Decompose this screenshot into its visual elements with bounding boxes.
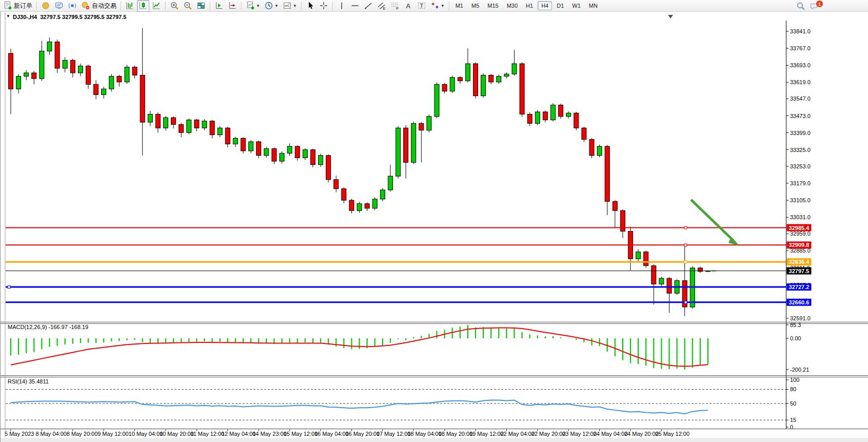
dropdown-arrow-icon[interactable]: ▼ (274, 4, 279, 8)
candle-body (132, 67, 137, 75)
price-axis[interactable]: 33841.033767.033693.033619.033547.033473… (786, 28, 811, 321)
indicators-button[interactable]: ▼ (244, 0, 262, 12)
auto-scroll-button[interactable] (213, 0, 225, 12)
monitor-icon (54, 1, 64, 10)
time-axis[interactable]: 5 May 20238 May 04:008 May 20:009 May 12… (1, 429, 868, 442)
templates-button[interactable]: ▼ (281, 0, 299, 12)
time-tick-label: 5 May 2023 (5, 431, 34, 437)
candle-body (109, 76, 114, 89)
chart-window: ▼ DJ30-,H4 32797.5 32799.5 32795.5 32797… (0, 12, 868, 442)
time-tick-label: 12 May 04:00 (222, 431, 256, 437)
svg-text:A: A (406, 2, 411, 10)
data-window-button[interactable] (53, 0, 65, 12)
text-button[interactable]: A (402, 0, 415, 12)
search-button[interactable] (795, 0, 807, 12)
new-order-button[interactable]: 新订单 (2, 0, 34, 12)
candle-body (233, 138, 238, 144)
chart-canvas[interactable]: 33841.033767.033693.033619.033547.033473… (1, 12, 868, 442)
candle-body (349, 200, 354, 210)
chart-shift-marker[interactable] (668, 15, 673, 18)
notifications-button[interactable]: 1 (808, 0, 828, 12)
signals-button[interactable] (66, 0, 78, 12)
market-watch-button[interactable] (40, 0, 52, 12)
toolbar-divider (241, 2, 242, 10)
candle-body (210, 121, 214, 135)
hline-handle[interactable] (684, 244, 687, 246)
bar-chart-button[interactable] (124, 0, 136, 12)
cursor-button[interactable] (304, 0, 317, 12)
mt4-trading-app: 新订单自动交易▼▼▼EFAT▼M1M5M15M30H1H4D1W1MN1 ▼ D… (0, 0, 868, 442)
candle-body (543, 112, 547, 120)
timeframe-m5-button[interactable]: M5 (468, 1, 483, 10)
vertical-line-button[interactable] (336, 0, 348, 12)
timeframe-m30-button[interactable]: M30 (503, 1, 521, 10)
hline-price-label: 32909.8 (789, 242, 810, 248)
arrow-objects-button[interactable]: ▼ (429, 0, 446, 12)
timeframe-h1-button[interactable]: H1 (522, 1, 537, 10)
hline-handle[interactable] (684, 301, 687, 303)
zoom-in-button[interactable] (168, 0, 181, 12)
line-chart-button[interactable] (150, 0, 163, 12)
price-tick-label: 33547.0 (790, 95, 811, 102)
price-tick-label: 33693.0 (790, 62, 811, 68)
candle-body (117, 76, 122, 82)
candle-body (652, 266, 656, 284)
arrow-object[interactable] (691, 200, 737, 244)
text-label-button[interactable]: T (416, 0, 428, 12)
candle-body (605, 146, 609, 201)
equidistant-channel-button[interactable]: E (376, 0, 388, 12)
timeframe-d1-button[interactable]: D1 (553, 1, 567, 10)
candlestick-chart-button[interactable] (137, 0, 149, 12)
rsi-pane: 1008050150 (6, 377, 799, 430)
timeframe-m15-button[interactable]: M15 (484, 1, 502, 10)
hline-price-label: 32985.4 (789, 225, 810, 231)
dropdown-arrow-icon[interactable]: ▼ (293, 4, 297, 8)
horizontal-line-button[interactable] (349, 0, 361, 12)
rsi-line (11, 400, 708, 414)
timeframe-mn-button[interactable]: MN (585, 1, 601, 10)
auto-trading-button[interactable]: 自动交易 (80, 0, 118, 12)
coin-icon (41, 1, 50, 10)
hline-handle[interactable] (684, 261, 687, 263)
candle-body (102, 89, 106, 94)
hline-handle[interactable] (8, 286, 10, 289)
dropdown-arrow-icon[interactable]: ▼ (256, 4, 260, 8)
timeframe-h4-button[interactable]: H4 (538, 1, 552, 10)
price-tick-label: 33179.0 (790, 180, 811, 186)
periods-button[interactable]: ▼ (263, 0, 280, 12)
candle-body (326, 156, 331, 180)
candle-body (613, 201, 617, 210)
text-t-icon: T (417, 1, 426, 10)
ind-plus-icon (246, 1, 255, 10)
candle-body (70, 60, 75, 73)
candle-body (319, 156, 323, 165)
dropdown-arrow-icon[interactable]: ▼ (441, 4, 445, 8)
candle-body (264, 148, 269, 155)
zoom-out-button[interactable] (182, 0, 194, 12)
crosshair-button[interactable] (318, 0, 330, 12)
chart-shift-button[interactable] (226, 0, 239, 12)
time-tick-label: 8 May 04:00 (35, 431, 67, 437)
candle-body (218, 128, 222, 134)
fibonacci-button[interactable]: F (389, 0, 401, 12)
toolbar-divider (449, 2, 449, 10)
candle-body (465, 64, 470, 81)
candle-body (582, 128, 586, 139)
candle-body (427, 117, 431, 130)
zoom-out-icon (183, 1, 192, 10)
time-tick-label: 16 May 20:00 (345, 431, 380, 437)
trendline-button[interactable] (362, 0, 374, 12)
timeframe-w1-button[interactable]: W1 (568, 1, 584, 10)
hline-price-label: 32660.6 (789, 299, 810, 305)
toolbar-divider (210, 2, 210, 10)
candle-body (551, 105, 556, 120)
shift-icon (228, 1, 237, 10)
arrows-icon (430, 1, 440, 10)
hline-handle[interactable] (684, 226, 687, 229)
candle-body (310, 150, 315, 165)
candle-body (520, 64, 524, 114)
tile-windows-button[interactable] (195, 0, 207, 12)
macd-tick-label: 0.00 (790, 335, 801, 341)
timeframe-m1-button[interactable]: M1 (452, 1, 467, 10)
candle-body (303, 150, 307, 158)
